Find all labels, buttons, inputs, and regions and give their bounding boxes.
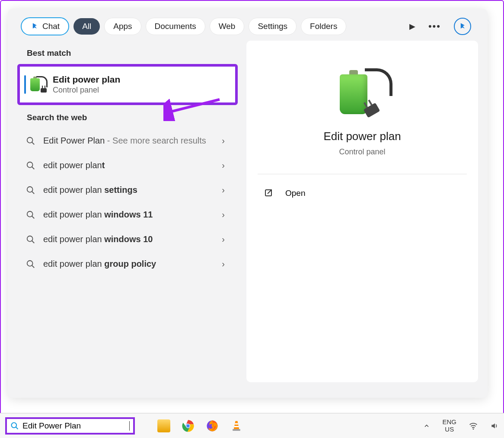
web-result-item[interactable]: edit power plan windows 10 › (17, 227, 238, 252)
svg-point-19 (186, 424, 190, 428)
bing-button[interactable] (454, 18, 471, 35)
web-result-text: edit power plan windows 10 (43, 233, 214, 246)
lang-top: ENG (442, 419, 456, 426)
open-label: Open (285, 189, 305, 198)
bing-chat-icon (30, 22, 39, 31)
svg-point-2 (27, 162, 33, 167)
web-result-text: edit power plant (43, 159, 214, 172)
tab-folders-label: Folders (310, 22, 337, 31)
web-result-item[interactable]: edit power plan windows 11 › (17, 202, 238, 227)
web-result-item[interactable]: edit power plan settings › (17, 178, 238, 202)
svg-line-15 (16, 427, 18, 429)
tab-web-label: Web (219, 22, 236, 31)
selection-indicator (24, 75, 26, 94)
chevron-right-icon[interactable]: › (222, 136, 229, 146)
search-icon (26, 235, 35, 244)
tab-folders[interactable]: Folders (301, 18, 346, 35)
tab-web[interactable]: Web (210, 18, 245, 35)
tab-all[interactable]: All (73, 18, 100, 35)
taskbar: ENG US (0, 413, 504, 438)
tab-documents-label: Documents (155, 22, 196, 31)
bing-icon (458, 22, 467, 31)
web-results-list: Edit Power Plan - See more search result… (17, 128, 238, 276)
tab-documents[interactable]: Documents (146, 18, 205, 35)
language-indicator[interactable]: ENG US (442, 419, 456, 433)
best-match-title: Edit power plan (53, 74, 120, 85)
chevron-right-icon[interactable]: › (222, 234, 229, 244)
open-icon (264, 188, 274, 198)
best-match-subtitle: Control panel (53, 86, 120, 95)
text-cursor (129, 421, 130, 431)
volume-icon[interactable] (490, 422, 499, 430)
search-icon (26, 161, 35, 170)
web-result-text: edit power plan settings (43, 184, 214, 196)
taskbar-pinned-apps (157, 419, 243, 432)
preview-title: Edit power plan (323, 130, 401, 143)
arrow-annotation (163, 95, 224, 121)
chevron-right-icon[interactable]: › (222, 210, 229, 220)
svg-line-3 (32, 166, 35, 169)
firefox-icon[interactable] (206, 419, 219, 432)
search-flyout: Chat All Apps Documents Web Settings Fol… (8, 9, 488, 398)
svg-point-8 (27, 236, 33, 241)
svg-point-24 (473, 428, 474, 429)
preview-pane: Edit power plan Control panel Open (246, 41, 478, 382)
preview-subtitle: Control panel (339, 147, 385, 157)
svg-rect-21 (235, 423, 238, 424)
web-result-text: edit power plan group policy (43, 258, 214, 270)
system-tray: ENG US (423, 419, 499, 433)
open-action[interactable]: Open (258, 185, 467, 201)
svg-point-10 (27, 260, 33, 266)
tab-all-label: All (82, 22, 91, 31)
vlc-icon[interactable] (230, 419, 243, 432)
svg-line-1 (32, 142, 35, 144)
power-plan-icon (29, 76, 46, 93)
divider (258, 174, 467, 174)
search-icon (10, 422, 19, 430)
search-icon (26, 136, 35, 146)
best-match-header: Best match (17, 41, 238, 64)
overflow-menu-icon[interactable]: ••• (428, 21, 441, 32)
search-icon (26, 185, 35, 195)
web-result-text: Edit Power Plan - See more search result… (43, 134, 214, 147)
search-icon (26, 259, 35, 269)
svg-point-14 (12, 422, 17, 428)
svg-rect-22 (234, 426, 239, 427)
svg-rect-23 (233, 429, 240, 431)
svg-point-6 (27, 211, 33, 217)
web-result-item[interactable]: edit power plant › (17, 153, 238, 178)
svg-line-5 (32, 191, 35, 194)
svg-point-0 (27, 137, 33, 143)
wifi-icon[interactable] (469, 421, 478, 431)
web-result-item[interactable]: Edit Power Plan - See more search result… (17, 128, 238, 153)
taskbar-search-input[interactable] (22, 421, 126, 431)
power-plan-icon-large (336, 67, 388, 123)
search-tabs: Chat All Apps Documents Web Settings Fol… (8, 9, 488, 41)
lang-bottom: US (442, 426, 456, 433)
tab-settings-label: Settings (258, 22, 287, 31)
svg-line-7 (32, 216, 35, 218)
web-result-item[interactable]: edit power plan group policy › (17, 252, 238, 276)
tab-chat-label: Chat (42, 22, 60, 31)
more-tabs-icon[interactable]: ▶ (409, 22, 415, 31)
svg-line-13 (168, 99, 220, 112)
svg-line-11 (32, 265, 35, 268)
tab-settings[interactable]: Settings (249, 18, 297, 35)
search-icon (26, 210, 35, 220)
web-result-text: edit power plan windows 11 (43, 208, 214, 221)
chevron-right-icon[interactable]: › (222, 160, 229, 170)
chevron-right-icon[interactable]: › (222, 185, 229, 195)
svg-line-9 (32, 240, 35, 243)
chrome-icon[interactable] (182, 419, 195, 432)
tab-apps-label: Apps (113, 22, 132, 31)
tab-apps[interactable]: Apps (104, 18, 141, 35)
taskbar-search-box[interactable] (5, 417, 135, 435)
tab-chat[interactable]: Chat (21, 17, 69, 35)
chevron-right-icon[interactable]: › (222, 259, 229, 269)
tray-expand-icon[interactable] (423, 422, 430, 429)
file-explorer-icon[interactable] (157, 419, 170, 432)
results-pane: Best match Edit power plan Control panel… (17, 41, 238, 382)
svg-point-4 (27, 186, 33, 192)
